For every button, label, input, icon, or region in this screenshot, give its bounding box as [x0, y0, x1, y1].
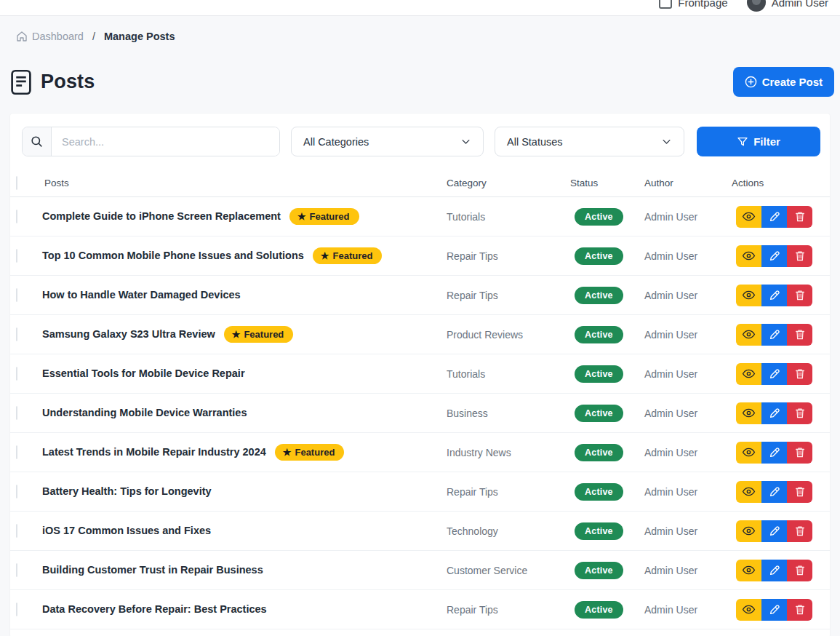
view-button[interactable] — [736, 442, 761, 464]
featured-badge: ★ Featured — [313, 247, 383, 264]
delete-button[interactable] — [787, 402, 812, 424]
user-menu[interactable]: Admin User — [747, 0, 828, 12]
post-author: Admin User — [642, 447, 729, 458]
filter-button[interactable]: Filter — [697, 127, 820, 156]
table-row: Latest Trends in Mobile Repair Industry … — [10, 433, 830, 472]
breadcrumb-current: Manage Posts — [104, 31, 175, 42]
delete-button[interactable] — [787, 481, 812, 503]
edit-button[interactable] — [761, 324, 787, 346]
delete-button[interactable] — [787, 245, 812, 267]
post-author: Admin User — [642, 408, 729, 419]
delete-button[interactable] — [787, 324, 812, 346]
view-button[interactable] — [736, 402, 761, 424]
view-button[interactable] — [736, 206, 761, 228]
featured-badge: ★ Featured — [275, 444, 345, 461]
row-checkbox[interactable] — [16, 603, 17, 616]
row-checkbox[interactable] — [16, 524, 17, 538]
edit-button[interactable] — [761, 245, 787, 267]
view-button[interactable] — [736, 560, 761, 581]
row-actions — [736, 442, 830, 464]
row-checkbox[interactable] — [16, 210, 17, 223]
star-icon: ★ — [232, 330, 241, 339]
edit-button[interactable] — [761, 206, 787, 228]
delete-button[interactable] — [787, 206, 812, 228]
trash-icon — [794, 289, 806, 301]
view-button[interactable] — [736, 520, 761, 542]
post-title: Data Recovery Before Repair: Best Practi… — [42, 603, 267, 616]
row-checkbox[interactable] — [16, 485, 17, 498]
edit-button[interactable] — [761, 402, 787, 424]
frontpage-link[interactable]: Frontpage — [659, 0, 727, 9]
row-checkbox[interactable] — [16, 288, 17, 302]
post-title: Battery Health: Tips for Longevity — [42, 485, 212, 498]
edit-button[interactable] — [761, 520, 787, 542]
view-button[interactable] — [736, 363, 761, 385]
select-all-checkbox[interactable] — [16, 176, 17, 190]
delete-button[interactable] — [787, 442, 812, 464]
post-author: Admin User — [642, 525, 729, 537]
category-select-value: All Categories — [303, 136, 369, 148]
eye-icon — [742, 563, 756, 577]
status-select[interactable]: All Statuses — [495, 127, 684, 156]
post-title: Samsung Galaxy S23 Ultra Review — [42, 328, 215, 341]
star-icon: ★ — [297, 212, 306, 221]
delete-button[interactable] — [787, 363, 812, 385]
status-badge: Active — [575, 483, 623, 501]
view-button[interactable] — [736, 285, 761, 306]
row-checkbox[interactable] — [16, 406, 17, 420]
view-button[interactable] — [736, 324, 761, 346]
plus-circle-icon — [745, 76, 757, 88]
trash-icon — [794, 603, 806, 616]
row-checkbox[interactable] — [16, 367, 17, 381]
post-author: Admin User — [642, 211, 729, 223]
edit-button[interactable] — [761, 363, 787, 385]
post-title: Latest Trends in Mobile Repair Industry … — [42, 446, 266, 458]
status-badge: Active — [575, 287, 623, 304]
edit-button[interactable] — [761, 442, 787, 464]
row-actions — [736, 245, 830, 267]
delete-button[interactable] — [787, 599, 812, 621]
breadcrumb: Dashboard / Manage Posts — [0, 16, 840, 42]
view-button[interactable] — [736, 599, 761, 621]
row-checkbox[interactable] — [16, 445, 17, 459]
post-category: Industry News — [444, 447, 568, 458]
row-actions — [736, 402, 830, 424]
pencil-icon — [769, 408, 780, 419]
post-author: Admin User — [642, 368, 729, 380]
edit-button[interactable] — [761, 599, 787, 621]
delete-button[interactable] — [787, 520, 812, 542]
view-button[interactable] — [736, 245, 761, 267]
posts-card: All Categories All Statuses Filter — [10, 114, 830, 636]
pencil-icon — [769, 447, 780, 458]
search-input[interactable] — [52, 127, 279, 156]
filter-row: All Categories All Statuses Filter — [10, 114, 830, 170]
post-category: Tutorials — [444, 211, 568, 223]
edit-button[interactable] — [761, 560, 787, 581]
post-category: Customer Service — [444, 565, 568, 576]
page-head: Posts Create Post — [10, 67, 834, 97]
row-actions — [736, 560, 830, 581]
breadcrumb-separator: / — [89, 31, 98, 42]
trash-icon — [794, 446, 806, 458]
edit-button[interactable] — [761, 285, 787, 306]
row-checkbox[interactable] — [16, 563, 17, 577]
edit-button[interactable] — [761, 481, 787, 503]
category-select[interactable]: All Categories — [291, 127, 484, 156]
status-badge: Active — [575, 601, 623, 619]
eye-icon — [742, 603, 756, 616]
delete-button[interactable] — [787, 285, 812, 306]
post-title: Top 10 Common Mobile Phone Issues and So… — [42, 250, 304, 262]
row-actions — [736, 520, 830, 542]
pencil-icon — [769, 604, 780, 616]
featured-badge: ★ Featured — [224, 326, 294, 343]
post-category: Product Reviews — [444, 329, 568, 341]
row-checkbox[interactable] — [16, 249, 17, 263]
delete-button[interactable] — [787, 560, 812, 581]
create-post-button[interactable]: Create Post — [733, 67, 834, 97]
breadcrumb-dashboard-link[interactable]: Dashboard — [16, 31, 84, 42]
status-badge: Active — [575, 405, 623, 422]
row-checkbox[interactable] — [16, 327, 17, 341]
post-category: Repair Tips — [444, 604, 568, 616]
trash-icon — [794, 367, 806, 380]
view-button[interactable] — [736, 481, 761, 503]
